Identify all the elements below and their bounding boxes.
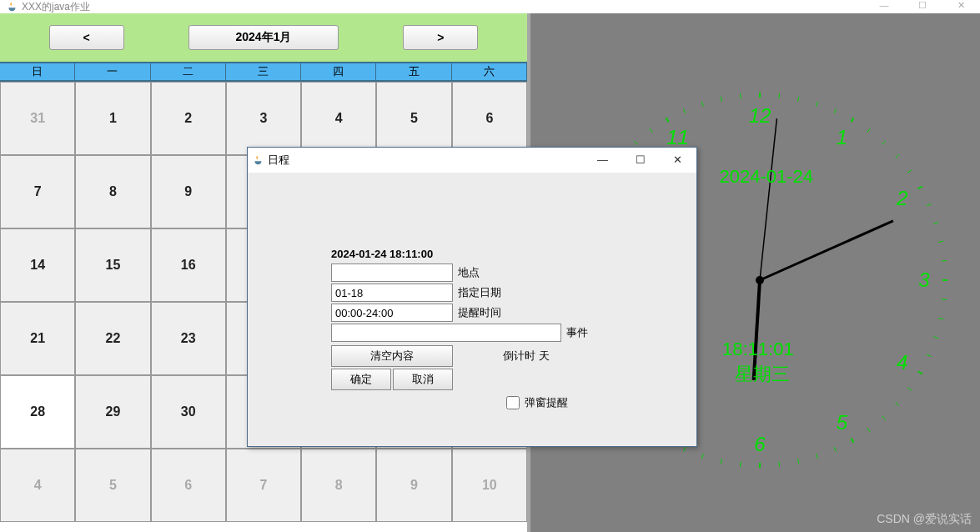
dow-cell: 六 [452,63,527,80]
svg-line-4 [834,108,836,113]
svg-line-56 [683,108,685,113]
day-cell[interactable]: 28 [0,375,75,449]
cancel-button[interactable]: 取消 [393,369,453,390]
svg-line-10 [918,187,922,189]
svg-line-17 [938,319,943,319]
svg-line-1 [779,93,780,98]
month-label-button[interactable]: 2024年1月 [188,25,339,50]
svg-line-13 [938,241,943,242]
day-cell[interactable]: 15 [75,228,150,302]
day-cell[interactable]: 7 [0,155,75,228]
svg-line-53 [634,141,637,144]
svg-line-7 [882,141,886,144]
clear-button[interactable]: 清空内容 [331,345,453,367]
day-cell[interactable]: 4 [0,449,75,522]
svg-line-6 [867,128,871,133]
svg-line-21 [907,388,912,391]
svg-text:5: 5 [837,411,848,434]
dialog-title: 日程 [268,153,289,168]
watermark: CSDN @爱说实话 [877,512,972,527]
svg-line-73 [760,221,893,280]
day-cell[interactable]: 2 [151,82,226,155]
clock-dow: 星期三 [735,362,790,387]
day-cell[interactable]: 6 [452,82,527,155]
svg-line-14 [942,260,947,261]
day-cell[interactable]: 31 [0,82,75,155]
day-cell[interactable]: 16 [151,228,226,302]
svg-line-23 [882,416,886,419]
dow-cell: 日 [0,63,75,80]
svg-line-5 [852,118,854,122]
remind-label: 提醒时间 [458,305,501,320]
day-cell[interactable]: 30 [151,375,226,449]
day-cell[interactable]: 5 [75,449,150,522]
ok-button[interactable]: 确定 [331,369,391,390]
day-cell[interactable]: 4 [301,82,376,155]
java-icon [253,154,264,166]
event-label: 事件 [566,325,588,340]
day-cell[interactable]: 8 [301,449,376,522]
svg-line-18 [933,337,938,339]
event-input[interactable] [331,324,561,342]
day-cell[interactable]: 1 [75,82,150,155]
svg-line-57 [701,102,703,107]
day-cell[interactable]: 23 [151,302,226,375]
day-cell[interactable]: 22 [75,302,150,375]
minimize-button[interactable]: — [865,0,903,13]
day-cell[interactable]: 29 [75,375,150,449]
day-cell[interactable]: 6 [151,449,226,522]
day-cell[interactable]: 14 [0,228,75,302]
date-input[interactable] [331,284,453,302]
svg-line-25 [852,439,854,443]
svg-line-9 [907,170,912,173]
java-icon [7,1,18,13]
dow-cell: 四 [301,63,376,80]
next-month-button[interactable]: > [403,25,478,50]
day-cell[interactable]: 7 [226,449,301,522]
dialog-minimize-button[interactable]: — [584,148,621,171]
svg-line-31 [740,462,741,467]
svg-line-29 [779,462,780,467]
schedule-dialog: 日程 — ☐ ✕ 2024-01-24 18:11:00 地点 指定日期 提醒时… [247,147,697,447]
dialog-close-button[interactable]: ✕ [659,148,696,171]
calendar-header: < 2024年1月 > [0,13,527,62]
svg-line-26 [834,447,836,451]
day-cell[interactable]: 21 [0,302,75,375]
svg-line-19 [927,354,931,356]
svg-line-55 [666,118,669,122]
prev-month-button[interactable]: < [49,25,124,50]
dow-cell: 一 [75,63,150,80]
svg-line-34 [683,447,685,451]
clock-time: 18:11:01 [722,339,794,360]
svg-line-22 [896,403,899,406]
dow-cell: 五 [376,63,451,80]
svg-text:4: 4 [897,351,907,374]
place-input[interactable] [331,263,453,282]
svg-text:12: 12 [749,104,771,127]
day-cell[interactable]: 10 [452,449,527,522]
close-button[interactable]: ✕ [942,0,980,13]
svg-line-16 [942,299,947,300]
svg-text:1: 1 [837,126,847,148]
svg-text:6: 6 [754,433,766,455]
day-cell[interactable]: 8 [75,155,150,228]
dow-cell: 二 [151,63,226,80]
svg-point-75 [756,276,764,284]
svg-line-12 [933,222,938,223]
day-cell[interactable]: 3 [226,82,301,155]
remind-input[interactable] [331,304,453,322]
date-label: 指定日期 [458,285,501,300]
day-cell[interactable]: 5 [376,82,451,155]
dialog-maximize-button[interactable]: ☐ [621,148,659,171]
day-cell[interactable]: 9 [376,449,451,522]
maximize-button[interactable]: ☐ [903,0,942,13]
popup-remind-label: 弹窗提醒 [525,395,568,410]
popup-remind-checkbox[interactable] [506,396,520,409]
place-label: 地点 [458,265,480,280]
svg-line-33 [701,454,703,459]
svg-text:3: 3 [918,269,930,291]
main-titlebar: XXX的java作业 [0,0,980,13]
svg-line-28 [798,459,799,464]
svg-line-2 [798,97,799,102]
day-cell[interactable]: 9 [151,155,226,228]
